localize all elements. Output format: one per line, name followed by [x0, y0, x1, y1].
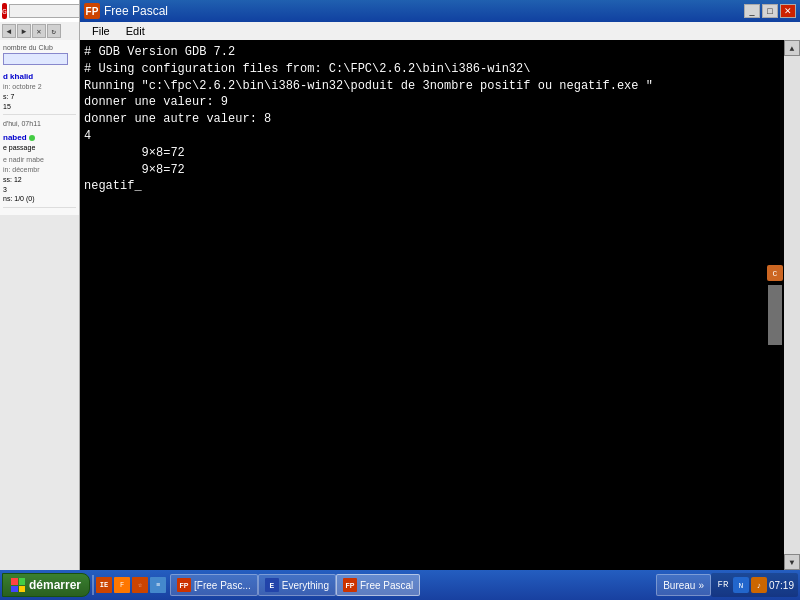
ql-icon-2[interactable]: F	[114, 577, 130, 593]
terminal-line-2: # Using configuration files from: C:\FPC…	[84, 61, 780, 78]
time-label: d'hui, 07h11	[3, 119, 76, 129]
user-date-1: in: octobre 2	[3, 82, 76, 92]
taskbar-divider-1	[92, 575, 94, 595]
user-subname-2: e nadir mabe	[3, 155, 76, 165]
title-bar: FP Free Pascal _ □ ✕	[80, 0, 800, 22]
taskbar-freepascal-button[interactable]: FP [Free Pasc...	[170, 574, 258, 596]
taskbar-everything-label: Everything	[282, 580, 329, 591]
minimize-button[interactable]: _	[744, 4, 760, 18]
scroll-track[interactable]	[784, 56, 800, 554]
menu-bar: File Edit	[80, 22, 800, 40]
user-count-1b: 15	[3, 102, 76, 112]
google-toolbar: G	[0, 0, 79, 22]
sidebar-body: nombre du Club d khalid in: octobre 2 s:…	[0, 40, 79, 215]
user-name-2: nabed	[3, 132, 27, 143]
stop-button[interactable]: ✕	[32, 24, 46, 38]
forward-button[interactable]: ►	[17, 24, 31, 38]
taskbar-fp2-icon: FP	[343, 578, 357, 592]
quick-launch: IE F ☆ ≡	[96, 577, 166, 593]
ql-icon-3[interactable]: ☆	[132, 577, 148, 593]
tray-sound-icon: ♪	[751, 577, 767, 593]
right-icon-1[interactable]: C	[767, 265, 783, 281]
taskbar-everything-button[interactable]: E Everything	[258, 574, 336, 596]
bureau-arrow: »	[698, 580, 704, 591]
window-controls: _ □ ✕	[744, 4, 796, 18]
taskbar-fp2-label: Free Pascal	[360, 580, 413, 591]
bureau-button[interactable]: Bureau »	[656, 574, 711, 596]
start-label: démarrer	[29, 578, 81, 592]
terminal-line-8: 9×8=72	[84, 162, 780, 179]
tray-network-icon: N	[733, 577, 749, 593]
start-button[interactable]: démarrer	[2, 573, 90, 597]
system-tray: FR N ♪ 07:19	[711, 573, 798, 597]
user-count-2c: ns: 1/0 (0)	[3, 194, 76, 204]
taskbar-fp-icon: FP	[177, 578, 191, 592]
tray-time: 07:19	[769, 580, 794, 591]
taskbar: démarrer IE F ☆ ≡ FP [Free Pasc... E Eve…	[0, 570, 800, 600]
close-button[interactable]: ✕	[780, 4, 796, 18]
terminal-line-4: donner une valeur: 9	[84, 94, 780, 111]
tray-lang: FR	[715, 577, 731, 593]
terminal-line-5: donner une autre valeur: 8	[84, 111, 780, 128]
terminal-line-1: # GDB Version GDB 7.2	[84, 44, 780, 61]
user-msg-2: e passage	[3, 143, 76, 153]
terminal-line-7: 9×8=72	[84, 145, 780, 162]
back-button[interactable]: ◄	[2, 24, 16, 38]
left-sidebar: G ◄ ► ✕ ↻ nombre du Club d khalid in: oc…	[0, 0, 80, 570]
taskbar-fp2-button[interactable]: FP Free Pascal	[336, 574, 420, 596]
online-status	[29, 135, 35, 141]
ql-icon-4[interactable]: ≡	[150, 577, 166, 593]
google-icon: G	[2, 3, 7, 19]
club-input[interactable]	[3, 53, 68, 65]
user-entry-1: d khalid in: octobre 2 s: 7 15	[3, 71, 76, 116]
refresh-button[interactable]: ↻	[47, 24, 61, 38]
club-label: nombre du Club	[3, 43, 76, 53]
terminal-line-3: Running "c:\fpc\2.6.2\bin\i386-win32\pod…	[84, 78, 780, 95]
user-count-1a: s: 7	[3, 92, 76, 102]
terminal-window[interactable]: # GDB Version GDB 7.2 # Using configurat…	[80, 40, 784, 570]
maximize-button[interactable]: □	[762, 4, 778, 18]
terminal-line-9: negatif_	[84, 178, 780, 195]
scroll-up-button[interactable]: ▲	[784, 40, 800, 56]
app-icon: FP	[84, 3, 100, 19]
terminal-scrollbar[interactable]: ▲ ▼	[784, 40, 800, 570]
browser-nav-bar: ◄ ► ✕ ↻	[0, 22, 79, 40]
windows-logo	[11, 578, 25, 592]
right-icons-panel: C	[767, 265, 783, 347]
ql-icon-1[interactable]: IE	[96, 577, 112, 593]
menu-edit[interactable]: Edit	[118, 25, 153, 37]
bureau-label: Bureau	[663, 580, 695, 591]
terminal-line-6: 4	[84, 128, 780, 145]
right-scroll-thumb[interactable]	[768, 285, 782, 345]
taskbar-fp-label: [Free Pasc...	[194, 580, 251, 591]
user-count-2b: 3	[3, 185, 76, 195]
scroll-down-button[interactable]: ▼	[784, 554, 800, 570]
google-search-input[interactable]	[9, 4, 80, 18]
user-name-1: d khalid	[3, 71, 76, 82]
window-title: Free Pascal	[104, 4, 744, 18]
user-entry-2: nabed e passage e nadir mabe in: décembr…	[3, 132, 76, 208]
taskbar-everything-icon: E	[265, 578, 279, 592]
user-count-2a: ss: 12	[3, 175, 76, 185]
menu-file[interactable]: File	[84, 25, 118, 37]
user-date-2: in: décembr	[3, 165, 76, 175]
